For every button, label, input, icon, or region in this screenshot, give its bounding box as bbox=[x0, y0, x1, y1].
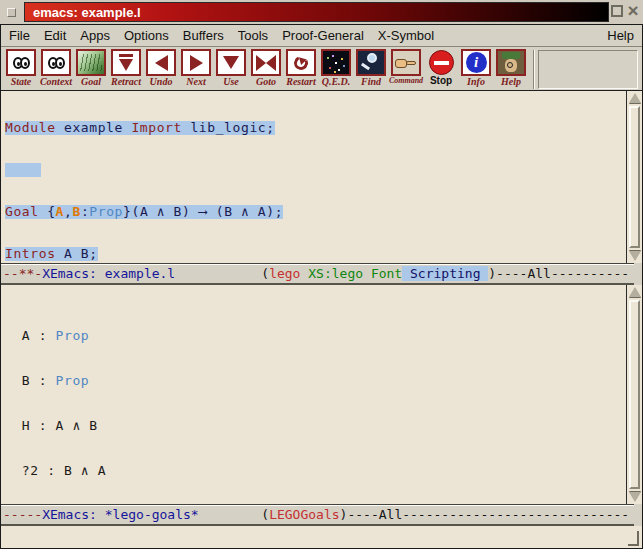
script-line: Goal {A,B:Prop}(A ∧ B) ⟶ (B ∧ A); bbox=[5, 205, 642, 219]
goal-line: A : Prop bbox=[5, 328, 642, 343]
menu-item-edit[interactable]: Edit bbox=[44, 28, 66, 43]
menu-item-proof-general[interactable]: Proof-General bbox=[282, 28, 364, 43]
minibuffer-echo-area[interactable] bbox=[1, 526, 642, 548]
script-line bbox=[5, 163, 642, 177]
menu-item-x-symbol[interactable]: X-Symbol bbox=[378, 28, 434, 43]
toolbar-button-goto[interactable]: Goto bbox=[249, 49, 283, 87]
toolbar-button-retract[interactable]: Retract bbox=[109, 49, 143, 87]
toolbar-divider bbox=[533, 50, 535, 89]
scroll-up-icon[interactable] bbox=[629, 287, 641, 297]
menu-item-file[interactable]: File bbox=[9, 28, 30, 43]
toolbar-button-state[interactable]: State bbox=[4, 49, 38, 87]
script-scrollbar[interactable] bbox=[626, 91, 642, 263]
scroll-down-icon[interactable] bbox=[629, 251, 641, 261]
toolbar-button-use[interactable]: Use bbox=[214, 49, 248, 87]
eyes-icon bbox=[41, 49, 71, 76]
toolbar-button-find[interactable]: Find bbox=[354, 49, 388, 87]
info-circle-icon: i bbox=[461, 49, 491, 76]
scrollbar-thumb[interactable] bbox=[629, 300, 640, 489]
toolbar-button-restart[interactable]: Restart bbox=[284, 49, 318, 87]
script-buffer[interactable]: Module example Import lib_logic; Goal {A… bbox=[1, 91, 642, 263]
toolbar-button-undo[interactable]: Undo bbox=[144, 49, 178, 87]
menu-item-apps[interactable]: Apps bbox=[80, 28, 110, 43]
goal-line: ?2 : B ∧ A bbox=[5, 463, 642, 478]
modeline-goals[interactable]: -----XEmacs: *lego-goals* (LEGOGoals)---… bbox=[1, 504, 634, 526]
circular-arrow-icon bbox=[286, 49, 316, 76]
toolbar: State Context Goal Retract Undo bbox=[1, 47, 642, 91]
modeline-script[interactable]: --**-XEmacs: example.l (lego XS:lego Fon… bbox=[1, 263, 634, 285]
toolbar-button-stop[interactable]: Stop bbox=[424, 49, 458, 86]
toolbar-button-command[interactable]: Command bbox=[389, 49, 423, 85]
scroll-down-icon[interactable] bbox=[629, 492, 641, 502]
no-entry-icon bbox=[429, 50, 454, 75]
officer-face-icon bbox=[496, 49, 526, 76]
goal-line: H : A ∧ B bbox=[5, 418, 642, 433]
menu-item-help[interactable]: Help bbox=[607, 28, 634, 43]
magnifier-icon bbox=[356, 49, 386, 76]
titlebar[interactable]: emacs: example.l × bbox=[0, 0, 643, 24]
toolbar-button-qed[interactable]: Q.E.D. bbox=[319, 49, 353, 87]
toolbar-button-context[interactable]: Context bbox=[39, 49, 73, 87]
menu-item-options[interactable]: Options bbox=[124, 28, 169, 43]
menu-item-buffers[interactable]: Buffers bbox=[183, 28, 224, 43]
goal-flag-icon bbox=[76, 49, 106, 76]
window-title: emacs: example.l bbox=[24, 2, 609, 22]
scroll-up-icon[interactable] bbox=[629, 93, 641, 103]
toolbar-button-info[interactable]: i Info bbox=[459, 49, 493, 87]
menubar: File Edit Apps Options Buffers Tools Pro… bbox=[1, 25, 642, 47]
window-menu-icon[interactable] bbox=[7, 8, 16, 17]
menu-item-tools[interactable]: Tools bbox=[238, 28, 268, 43]
script-line: Intros A B; bbox=[5, 247, 642, 261]
toolbar-button-goal[interactable]: Goal bbox=[74, 49, 108, 87]
scrollbar-thumb[interactable] bbox=[629, 106, 640, 248]
pointing-hand-icon bbox=[391, 49, 421, 76]
close-icon[interactable]: × bbox=[625, 5, 641, 17]
eyes-icon bbox=[6, 49, 36, 76]
maximize-icon[interactable] bbox=[611, 5, 623, 17]
bowtie-icon bbox=[251, 49, 281, 76]
retract-icon bbox=[111, 49, 141, 76]
left-triangle-icon bbox=[146, 49, 176, 76]
toolbar-button-next[interactable]: Next bbox=[179, 49, 213, 87]
window-frame: File Edit Apps Options Buffers Tools Pro… bbox=[0, 24, 643, 549]
xemacs-window: emacs: example.l × File Edit Apps Option… bbox=[0, 0, 643, 549]
script-line: Module example Import lib_logic; bbox=[5, 121, 642, 135]
resize-grip[interactable] bbox=[628, 531, 639, 546]
toolbar-spacer bbox=[538, 50, 638, 89]
goals-buffer[interactable]: A : Prop B : Prop H : A ∧ B ?2 : B ∧ A bbox=[1, 285, 642, 504]
fireworks-icon bbox=[321, 49, 351, 76]
goals-scrollbar[interactable] bbox=[626, 285, 642, 504]
toolbar-button-help[interactable]: Help bbox=[494, 49, 528, 87]
right-triangle-icon bbox=[181, 49, 211, 76]
down-triangle-icon bbox=[216, 49, 246, 76]
goal-line: B : Prop bbox=[5, 373, 642, 388]
